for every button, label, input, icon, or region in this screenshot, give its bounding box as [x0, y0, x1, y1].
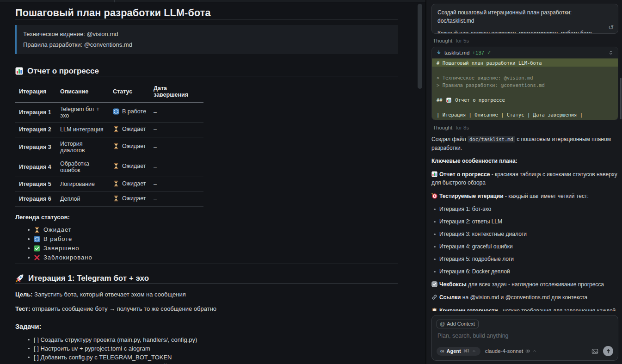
diff-code-block: # Пошаговый план разработки LLM-бота > Т… — [432, 58, 618, 120]
editor-scrollbar[interactable] — [418, 4, 422, 89]
divider — [15, 264, 398, 264]
hourglass-icon — [113, 143, 119, 149]
add-context-button[interactable]: @ Add Context — [437, 320, 479, 328]
added-lines-count: +137 — [472, 50, 484, 56]
thought-row[interactable]: Thought for 8s — [433, 125, 618, 130]
iteration1-heading: Итерация 1: Telegram бот + эхо — [15, 274, 398, 283]
progress-heading: Отчет о прогрессе — [15, 67, 398, 76]
chat-messages: Создай пошаговый итерационный план разра… — [431, 4, 618, 311]
table-row: Итерация 3 История диалогов Ожидает – — [15, 137, 203, 157]
feature-report: Отчет о прогрессе - красивая таблица с и… — [431, 170, 618, 187]
chat-panel: Создай пошаговый итерационный план разра… — [425, 0, 622, 364]
at-icon: @ — [440, 321, 445, 327]
thought-duration: for 8s — [456, 125, 469, 130]
user-message[interactable]: Создай пошаговый итерационный план разра… — [431, 4, 618, 34]
agent-mode-selector[interactable]: ∞ Agent ⌘I — [437, 347, 480, 356]
column-header: Дата завершения — [150, 82, 203, 102]
restore-checkpoint-icon[interactable]: ↺ — [608, 24, 614, 31]
test-line: Тест: отправить сообщение боту → получит… — [15, 305, 398, 312]
thought-label: Thought — [433, 38, 452, 43]
feature-checkboxes: Чекбоксы для всех задач - наглядное отсл… — [431, 280, 618, 289]
chevron-up-icon — [532, 349, 537, 353]
infinity-icon: ∞ — [440, 348, 444, 354]
input-toolbar: ∞ Agent ⌘I claude-4-sonnet — [437, 346, 613, 356]
table-row: Итерация 5 Логирование Ожидает – — [15, 177, 203, 191]
progress-table: Итерация Описание Статус Дата завершения… — [15, 82, 203, 207]
legend-title: Легенда статусов: — [15, 214, 398, 221]
bar-chart-icon — [446, 98, 451, 103]
inline-code: doc/tasklist.md — [468, 136, 515, 142]
hourglass-icon — [113, 163, 119, 169]
user-message-line: Каждый шаг должен позволять протестирова… — [437, 29, 606, 34]
status-legend: Ожидает В работе Завершено Заблокировано — [15, 227, 398, 261]
markdown-preview-pane: Пошаговый план разработки LLM-бота Техни… — [0, 0, 425, 364]
agent-label: Agent — [447, 348, 461, 354]
code-line: |----------|----------|--------|--------… — [432, 118, 618, 120]
table-row: Итерация 2 LLM интеграция Ожидает – — [15, 122, 203, 137]
intro-paragraph: Создал файл doc/tasklist.md с пошаговым … — [431, 135, 618, 152]
in-progress-icon — [113, 108, 119, 115]
send-button[interactable] — [603, 346, 613, 356]
features-title: Ключевые особенности плана: — [431, 157, 618, 166]
tab-bar[interactable] — [0, 0, 425, 2]
thought-row[interactable]: Thought for 5s — [433, 38, 618, 43]
markdown-file-icon — [436, 50, 442, 56]
bar-chart-icon — [431, 171, 437, 177]
table-row: Итерация 4 Обработка ошибок Ожидает – — [15, 157, 203, 177]
chat-scrollbar[interactable] — [620, 78, 622, 119]
clipboard-icon — [431, 308, 437, 311]
legend-item: Ожидает — [34, 227, 398, 233]
divider — [15, 19, 398, 19]
success-check-icon: ✓ — [487, 49, 491, 56]
code-line — [432, 104, 618, 111]
task-item: [ ] Настроить uv + pyproject.toml с aiog… — [34, 345, 398, 352]
in-progress-icon — [34, 236, 40, 242]
iteration-bullet-list: Итерация 1: бот-эхо Итерация 2: ответы L… — [431, 205, 618, 276]
tasks-title: Задачи: — [15, 323, 398, 330]
thought-label: Thought — [433, 125, 452, 130]
quote-line: Правила разработки: @conventions.md — [23, 39, 391, 50]
divider — [15, 76, 398, 76]
code-line — [432, 89, 618, 96]
column-header: Описание — [56, 82, 109, 102]
chevron-up-icon — [472, 349, 476, 353]
code-line: > Техническое видение: @vision.md — [432, 74, 618, 81]
legend-item: Заблокировано — [34, 254, 398, 261]
chat-input[interactable]: @ Add Context Plan, search, build anythi… — [431, 315, 618, 361]
assistant-message: Создал файл doc/tasklist.md с пошаговым … — [431, 135, 618, 311]
cross-blocked-icon — [34, 254, 40, 261]
quote-block: Техническое видение: @vision.md Правила … — [15, 25, 398, 54]
legend-item: В работе — [34, 236, 398, 242]
link-icon — [431, 294, 437, 300]
feature-criteria: Критерии готовности - четкие требования … — [431, 307, 618, 311]
list-item: Итерация 6: Docker деплой — [439, 268, 618, 276]
task-item: [ ] Создать структуру проекта (main.py, … — [34, 337, 398, 343]
code-line: ## Отчет о прогрессе — [432, 96, 618, 104]
table-row: Итерация 1 Telegram бот + эхо В работе – — [15, 102, 203, 123]
diff-card-header[interactable]: tasklist.md +137 ✓ — [432, 47, 618, 58]
feature-iterations: Тестируемые итерации - каждый шаг имеет … — [431, 192, 618, 201]
agent-shortcut: ⌘I — [463, 348, 469, 353]
diff-filename: tasklist.md — [444, 50, 469, 56]
feature-links: Ссылки на @vision.md и @conventions.md д… — [431, 293, 618, 302]
hourglass-icon — [113, 195, 119, 202]
column-header: Статус — [109, 82, 150, 102]
file-diff-card[interactable]: tasklist.md +137 ✓ # Пошаговый план разр… — [431, 47, 618, 120]
page-title: Пошаговый план разработки LLM-бота — [15, 7, 398, 19]
task-list: [ ] Создать структуру проекта (main.py, … — [15, 337, 398, 364]
hourglass-icon — [113, 126, 119, 132]
chat-input-placeholder[interactable]: Plan, search, build anything — [437, 333, 613, 339]
list-item: Итерация 1: бот-эхо — [439, 205, 618, 213]
arrow-up-icon — [605, 348, 611, 354]
bar-chart-icon — [15, 67, 23, 75]
image-attach-icon[interactable] — [591, 348, 598, 355]
hourglass-icon — [113, 180, 119, 187]
hourglass-icon — [34, 227, 40, 233]
code-line: # Пошаговый план разработки LLM-бота — [432, 59, 618, 67]
model-selector[interactable]: claude-4-sonnet — [485, 348, 537, 354]
thought-duration: for 5s — [456, 38, 469, 43]
rocket-icon — [15, 274, 24, 283]
expand-collapse-icon[interactable] — [608, 50, 614, 56]
table-row: Итерация 6 Деплой Ожидает – — [15, 191, 203, 206]
markdown-document: Пошаговый план разработки LLM-бота Техни… — [0, 0, 425, 364]
